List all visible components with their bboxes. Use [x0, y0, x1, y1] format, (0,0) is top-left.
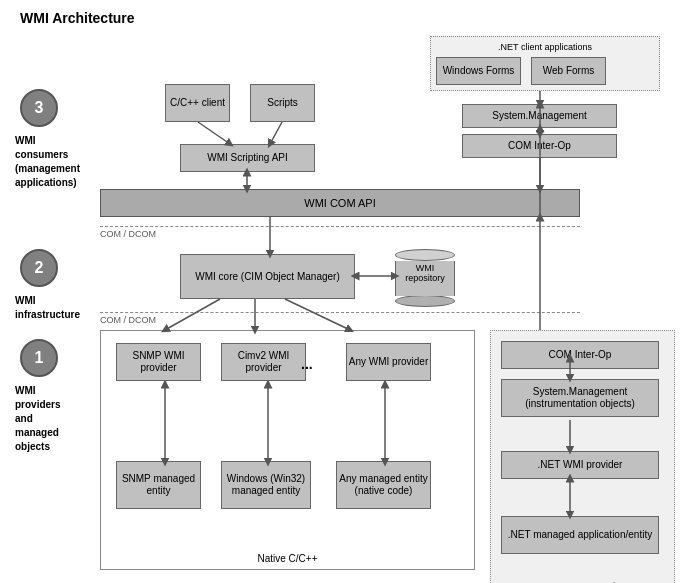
dotnet-client-box: .NET client applications Windows Forms W…: [430, 36, 660, 91]
diagram-area: .NET client applications Windows Forms W…: [10, 34, 690, 583]
windows-forms-box: Windows Forms: [436, 57, 521, 85]
ellipsis: ...: [301, 356, 313, 372]
svg-line-1: [270, 122, 282, 144]
wmi-com-api-box: WMI COM API: [100, 189, 580, 217]
snmp-provider-box: SNMP WMI provider: [116, 343, 201, 381]
wmi-repository: WMI repository: [395, 249, 455, 307]
cylinder-label: WMI repository: [395, 263, 455, 283]
com-interop-right-box: COM Inter-Op: [501, 341, 659, 369]
any-managed-box: Any managed entity (native code): [336, 461, 431, 509]
infrastructure-label: WMI infrastructure: [15, 294, 80, 322]
dotnet-wmi-provider-box: .NET WMI provider: [501, 451, 659, 479]
any-provider-box: Any WMI provider: [346, 343, 431, 381]
native-region-box: SNMP WMI provider Cimv2 WMI provider Any…: [100, 330, 475, 570]
com-dcom-top-line: COM / DCOM: [100, 226, 580, 239]
native-label: Native C/C++: [101, 553, 474, 564]
com-dcom-bottom-line: COM / DCOM: [100, 312, 580, 325]
page-title: WMI Architecture: [20, 10, 687, 26]
system-mgmt-top-box: System.Management: [462, 104, 617, 128]
circle-1: 1: [20, 339, 58, 377]
com-interop-top-box: COM Inter-Op: [462, 134, 617, 158]
windows-managed-box: Windows (Win32) managed entity: [221, 461, 311, 509]
circle-2: 2: [20, 249, 58, 287]
wmi-scripting-api-box: WMI Scripting API: [180, 144, 315, 172]
scripts-box: Scripts: [250, 84, 315, 122]
circle-3: 3: [20, 89, 58, 127]
cimv2-provider-box: Cimv2 WMI provider: [221, 343, 306, 381]
dotnet-managed-box: .NET managed application/entity: [501, 516, 659, 554]
dotnet-client-label: .NET client applications: [433, 39, 657, 55]
system-mgmt-right-box: System.Management (instrumentation objec…: [501, 379, 659, 417]
wmi-core-box: WMI core (CIM Object Manager): [180, 254, 355, 299]
cylinder-bottom: [395, 295, 455, 307]
right-region-box: COM Inter-Op System.Management (instrume…: [490, 330, 675, 583]
cylinder-top: [395, 249, 455, 261]
providers-label: WMI providers and managed objects: [15, 384, 80, 454]
consumers-label: WMI consumers (management applications): [15, 134, 80, 190]
ccpp-client-box: C/C++ client: [165, 84, 230, 122]
svg-line-0: [198, 122, 230, 144]
snmp-managed-box: SNMP managed entity: [116, 461, 201, 509]
main-container: WMI Architecture .NET client application…: [0, 0, 697, 583]
web-forms-box: Web Forms: [531, 57, 606, 85]
